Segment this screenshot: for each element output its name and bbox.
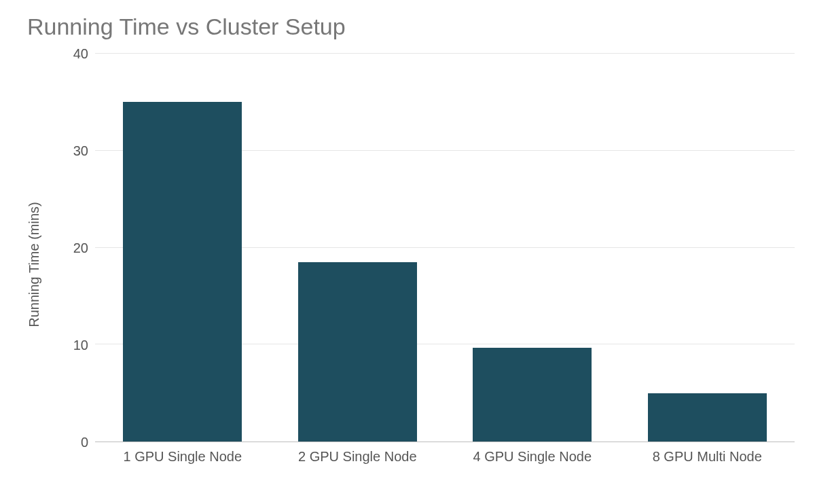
bar-slot xyxy=(445,54,620,442)
y-tick: 0 xyxy=(81,435,88,450)
chart-title: Running Time vs Cluster Setup xyxy=(27,14,795,40)
y-axis-label: Running Time (mins) xyxy=(26,202,42,327)
plot-grid: 40 30 20 10 0 xyxy=(48,54,795,442)
y-axis-ticks: 40 30 20 10 0 xyxy=(48,54,95,442)
x-tick: 4 GPU Single Node xyxy=(445,442,620,475)
bar xyxy=(298,262,417,442)
bar xyxy=(648,393,767,442)
plot-area xyxy=(95,54,795,442)
y-axis-label-wrap: Running Time (mins) xyxy=(20,54,48,475)
x-tick: 2 GPU Single Node xyxy=(270,442,446,475)
chart-body: Running Time (mins) 40 30 20 10 0 xyxy=(20,54,795,475)
bar xyxy=(473,348,592,442)
x-tick: 8 GPU Multi Node xyxy=(620,442,795,475)
y-tick: 40 xyxy=(73,46,88,62)
bar-slot xyxy=(620,54,795,442)
y-tick: 30 xyxy=(73,143,88,159)
plot-outer: 40 30 20 10 0 xyxy=(48,54,795,475)
x-axis-ticks: 1 GPU Single Node 2 GPU Single Node 4 GP… xyxy=(95,442,795,475)
y-tick: 10 xyxy=(73,338,88,353)
bar-slot xyxy=(95,54,270,442)
bar xyxy=(123,102,242,442)
bar-slot xyxy=(270,54,446,442)
y-tick: 20 xyxy=(73,240,88,256)
bars-row xyxy=(95,54,795,442)
chart-container: Running Time vs Cluster Setup Running Ti… xyxy=(0,0,815,504)
x-tick: 1 GPU Single Node xyxy=(95,442,270,475)
